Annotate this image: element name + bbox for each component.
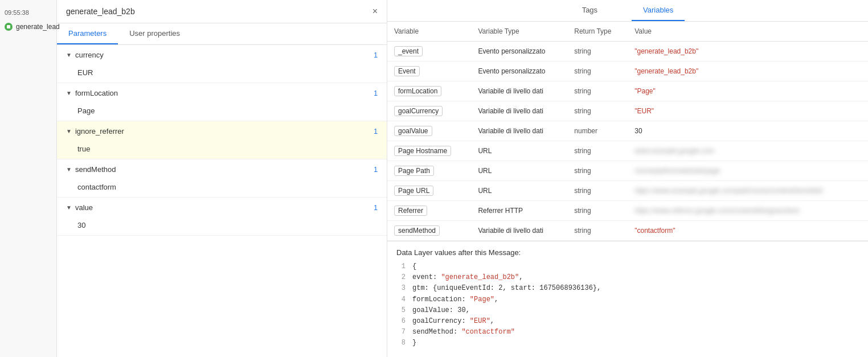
var-name-badge: Page Path (394, 166, 434, 176)
param-group-ignore-referrer: ▼ ignore_referrer 1 true (57, 121, 387, 159)
var-type: Variabile di livello dati (471, 221, 567, 241)
param-value-formLocation: Page (57, 103, 387, 121)
code-content: gtm: {uniqueEventId: 2, start: 167506893… (412, 283, 601, 294)
timestamp: 09:55:38 (0, 6, 56, 19)
param-header-sendMethod: ▼ sendMethod 1 (57, 159, 387, 179)
var-name-badge: formLocation (394, 86, 441, 96)
code-content: sendMethod: "contactform" (412, 327, 515, 338)
var-name-badge: goalValue (394, 126, 432, 136)
code-key: sendMethod (412, 328, 453, 336)
param-header-value: ▼ value 1 (57, 198, 387, 218)
tab-user-properties[interactable]: User properties (118, 23, 191, 44)
event-dot-inner (7, 25, 10, 28)
line-num: 2 (396, 272, 406, 283)
var-value-blurred: https://www.example.google.com/path/some… (628, 181, 868, 201)
var-return: string (567, 141, 628, 161)
tabs-row: Parameters User properties (57, 23, 387, 45)
panel-header: generate_lead_b2b × (57, 0, 387, 23)
line-num: 1 (396, 261, 406, 272)
code-brace: } (412, 338, 416, 348)
var-return: number (567, 121, 628, 141)
right-panel: Tags Variables Variable Variable Type Re… (387, 0, 868, 357)
var-type: Variabile di livello dati (471, 81, 567, 101)
param-header-ignore-referrer: ▼ ignore_referrer 1 (57, 121, 387, 141)
line-num: 3 (396, 283, 406, 294)
table-row: goalValue Variabile di livello dati numb… (387, 121, 868, 141)
table-row: formLocation Variabile di livello dati s… (387, 81, 868, 101)
table-row: Event Evento personalizzato string "gene… (387, 61, 868, 81)
var-value: "EUR" (628, 101, 868, 121)
event-item[interactable]: generate_lead (0, 19, 56, 34)
param-name-row-sendMethod: ▼ sendMethod (66, 165, 116, 174)
variables-table: Variable Variable Type Return Type Value… (387, 22, 868, 241)
left-panel: 09:55:38 generate_lead (0, 0, 57, 357)
var-name-badge: sendMethod (394, 225, 440, 236)
param-value-currency: EUR (57, 65, 387, 83)
param-value-sendMethod: contactform (57, 179, 387, 197)
var-return: string (567, 81, 628, 101)
param-arrow-value: ▼ (66, 204, 72, 211)
code-key: formLocation (412, 296, 461, 303)
code-string-val: "EUR" (470, 317, 490, 325)
param-header-currency: ▼ currency 1 (57, 45, 387, 65)
datalayer-title: Data Layer values after this Message: (396, 248, 859, 257)
right-content: Variable Variable Type Return Type Value… (387, 22, 868, 357)
code-content: event: "generate_lead_b2b", (412, 272, 523, 283)
table-row: sendMethod Variabile di livello dati str… (387, 221, 868, 241)
code-line-6: 6 goalCurrency: "EUR", (396, 316, 859, 327)
code-line-7: 7 sendMethod: "contactform" (396, 327, 859, 338)
var-type: URL (471, 181, 567, 201)
var-name-badge: Page Hostname (394, 146, 451, 156)
params-content: ▼ currency 1 EUR ▼ formLocation 1 Page (57, 45, 387, 357)
var-name-badge: goalCurrency (394, 106, 443, 116)
col-variable-type: Variable Type (471, 22, 567, 42)
param-count-currency: 1 (374, 51, 378, 59)
param-name-ignore-referrer: ignore_referrer (75, 127, 124, 136)
var-return: string (567, 221, 628, 241)
param-group-formLocation: ▼ formLocation 1 Page (57, 83, 387, 121)
var-value: "Page" (628, 81, 868, 101)
var-type: URL (471, 141, 567, 161)
var-type: Evento personalizzato (471, 42, 567, 61)
param-count-ignore-referrer: 1 (374, 128, 378, 136)
param-name-formLocation: formLocation (75, 89, 118, 97)
code-brace: { (412, 261, 416, 272)
table-row: Page URL URL string https://www.example.… (387, 181, 868, 201)
var-value: "contactform" (628, 221, 868, 241)
tab-tags[interactable]: Tags (571, 0, 609, 21)
code-block: 1 { 2 event: "generate_lead_b2b", 3 gtm:… (396, 261, 859, 349)
code-string-val: "Page" (470, 296, 494, 303)
table-row: Page Hostname URL string www.example.goo… (387, 141, 868, 161)
table-row: Page Path URL string /some/path/on/websi… (387, 161, 868, 181)
var-return: string (567, 61, 628, 81)
param-value-value: 30 (57, 218, 387, 235)
code-line-3: 3 gtm: {uniqueEventId: 2, start: 1675068… (396, 283, 859, 294)
var-name-badge: _event (394, 46, 423, 56)
param-arrow-currency: ▼ (66, 52, 72, 58)
table-row: Referrer Referrer HTTP string https://ww… (387, 201, 868, 221)
panel-title: generate_lead_b2b (66, 7, 135, 16)
close-button[interactable]: × (372, 7, 378, 16)
var-return: string (567, 161, 628, 181)
var-return: string (567, 101, 628, 121)
tab-parameters[interactable]: Parameters (57, 23, 118, 44)
param-count-sendMethod: 1 (374, 166, 378, 174)
table-row: _event Evento personalizzato string "gen… (387, 42, 868, 61)
var-type: Evento personalizzato (471, 61, 567, 81)
var-value-blurred: /some/path/on/website/page (628, 161, 868, 181)
var-name-badge: Page URL (394, 186, 433, 196)
param-group-currency: ▼ currency 1 EUR (57, 45, 387, 83)
code-string-val: "contactform" (461, 328, 515, 336)
var-return: string (567, 181, 628, 201)
param-name-row-ignore-referrer: ▼ ignore_referrer (66, 127, 124, 136)
code-line-1: 1 { (396, 261, 859, 272)
param-group-value: ▼ value 1 30 (57, 198, 387, 236)
param-name-currency: currency (75, 51, 104, 59)
var-value: 30 (628, 121, 868, 141)
param-name-row-formLocation: ▼ formLocation (66, 89, 118, 97)
tab-variables[interactable]: Variables (632, 0, 685, 21)
event-label: generate_lead (16, 23, 60, 31)
datalayer-section: Data Layer values after this Message: 1 … (387, 241, 868, 356)
param-arrow-formLocation: ▼ (66, 90, 72, 96)
col-variable: Variable (387, 22, 471, 42)
